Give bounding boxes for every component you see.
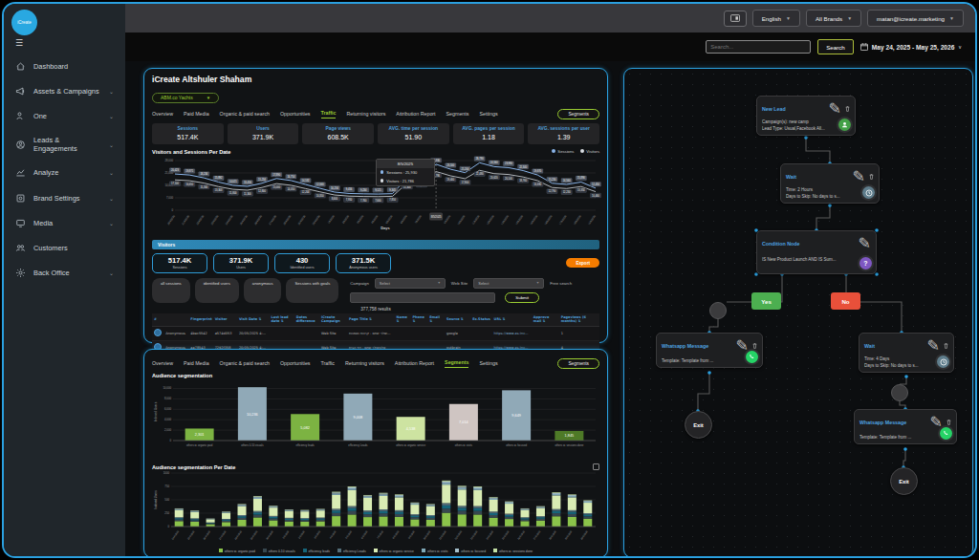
delete-icon[interactable] — [752, 343, 757, 349]
tab-paid-media[interactable]: Paid Media — [184, 111, 209, 118]
connector-node[interactable] — [709, 302, 727, 319]
account-menu[interactable]: matan@icreate.marketing▼ — [867, 10, 964, 27]
legend-item[interactable]: Visitors — [580, 149, 599, 154]
tab-settings[interactable]: Settings — [479, 111, 497, 118]
search-button[interactable]: Search — [817, 39, 854, 54]
legend-item[interactable]: others 0-10 visuals — [263, 549, 295, 553]
segments-pill-button[interactable]: Segments — [557, 109, 599, 119]
filter-pill-anonymous[interactable]: anonymous — [244, 278, 282, 303]
workflow-node-new-lead[interactable]: New Lead ✎ Campaign(s): new camp Lead Ty… — [756, 96, 856, 136]
tab-segments[interactable]: Segments — [446, 111, 469, 118]
sidebar-item-brand-settings[interactable]: Brand Settings⌄ — [4, 185, 125, 210]
site-select[interactable]: ABM.co Yachts▼ — [152, 93, 219, 103]
column-header[interactable]: Name ⇅ — [395, 313, 411, 327]
node-detail: Template: Template from ... — [662, 358, 743, 363]
node-detail: Template: Template from ... — [859, 435, 937, 440]
sidebar-item-assets-campaigns[interactable]: Assets & Campaigns⌄ — [4, 78, 125, 103]
submit-button[interactable]: Submit — [505, 292, 539, 303]
tab-overview[interactable]: Overview — [152, 360, 173, 368]
tab-segments[interactable]: Segments — [445, 359, 468, 368]
svg-text:9/5/2025: 9/5/2025 — [408, 529, 416, 539]
workflow-node-wait-2[interactable]: Wait ✎ Time: 4 Days Days to Skip: No day… — [859, 333, 954, 373]
sidebar-item-one[interactable]: One⌄ — [4, 103, 125, 128]
svg-text:9,456: 9,456 — [346, 187, 353, 191]
delete-icon[interactable] — [869, 174, 874, 180]
tab-overview[interactable]: Overview — [152, 111, 173, 118]
tab-traffic[interactable]: Traffic — [321, 360, 335, 368]
export-button[interactable]: Export — [566, 258, 599, 268]
legend-item[interactable]: efficiency Leads — [337, 549, 366, 553]
sidebar-item-leads-engagements[interactable]: Leads & Engagements⌄ — [4, 129, 125, 161]
delete-icon[interactable] — [946, 420, 951, 425]
language-select[interactable]: English▼ — [752, 10, 800, 27]
sidebar-item-analyze[interactable]: Analyze⌄ — [4, 161, 125, 185]
expand-icon[interactable] — [593, 463, 599, 470]
workflow-node-wait-1[interactable]: Wait ✎ Time: 2 Hours Days to Skip: No da… — [780, 163, 880, 204]
sidebar-item-back-office[interactable]: Back Office⌄ — [4, 261, 125, 286]
search-input[interactable] — [706, 40, 811, 54]
edit-icon[interactable]: ✎ — [853, 167, 865, 185]
row-expand-cell[interactable] — [152, 326, 163, 340]
filter-pill-sessions-with-goals[interactable]: Sessions with goals — [286, 278, 338, 303]
edit-icon[interactable]: ✎ — [927, 336, 940, 355]
column-header[interactable]: Approve mail ⇅ — [532, 313, 559, 327]
delete-icon[interactable] — [944, 343, 948, 349]
workflow-canvas[interactable]: New Lead ✎ Campaign(s): new camp Lead Ty… — [623, 68, 973, 558]
column-header[interactable]: Phone ⇅ — [410, 313, 427, 327]
hamburger-menu-icon[interactable]: ☰ — [15, 38, 23, 48]
workflow-node-whatsapp-1[interactable]: Whatsapp Message ✎ Template: Template fr… — [656, 333, 763, 368]
filter-pill-all-sessions[interactable]: all sessions — [152, 278, 190, 303]
column-header[interactable]: Pageviews (6 months) ⇅ — [559, 313, 599, 327]
feedback-icon[interactable] — [724, 11, 747, 27]
column-header[interactable]: Visit Date ⇅ — [237, 313, 270, 327]
svg-text:4/5/2025: 4/5/2025 — [329, 529, 337, 539]
legend-item[interactable]: others w. sessions done — [493, 549, 533, 553]
legend-item[interactable]: others w. focused — [455, 549, 486, 553]
legend-item[interactable]: Sessions — [552, 149, 574, 154]
tab-traffic[interactable]: Traffic — [321, 110, 337, 118]
tab-paid-media[interactable]: Paid Media — [184, 360, 209, 368]
column-header[interactable]: Page Title ⇅ — [347, 313, 395, 327]
column-header[interactable]: Source ⇅ — [445, 313, 470, 327]
connector-node[interactable] — [891, 384, 908, 401]
free-search-input[interactable] — [350, 292, 495, 303]
tab-organic-paid-search[interactable]: Organic & paid search — [220, 111, 270, 118]
node-detail: IS New Product Launch AND IS Sum... — [762, 257, 857, 262]
tab-opportunities[interactable]: Opportunities — [280, 360, 311, 368]
table-row[interactable]: Anonymous4bec5542a574d05320/05/2025 4:29… — [152, 326, 599, 340]
no-branch-badge[interactable]: No — [831, 292, 860, 310]
delete-icon[interactable] — [845, 106, 850, 112]
segments-pill-button[interactable]: Segments — [557, 358, 599, 369]
sidebar-item-dashboard[interactable]: Dashboard — [4, 54, 125, 78]
legend-item[interactable]: others w. organic paid — [219, 549, 255, 553]
yes-branch-badge[interactable]: Yes — [751, 292, 781, 310]
tab-opportunities[interactable]: Opportunities — [280, 111, 311, 118]
tab-settings[interactable]: Settings — [479, 360, 497, 368]
sidebar-item-customers[interactable]: Customers — [4, 235, 125, 260]
sidebar-item-media[interactable]: Media⌄ — [4, 210, 125, 235]
legend-item[interactable]: others w. organic service — [374, 549, 414, 553]
tab-organic-paid-search[interactable]: Organic & paid search — [220, 360, 270, 368]
legend-item[interactable]: others w. visits — [422, 549, 447, 553]
column-header[interactable]: URL ⇅ — [492, 313, 532, 327]
legend-item[interactable]: efficiency leads — [303, 549, 330, 553]
tab-attribution-report[interactable]: Attribution Report — [396, 111, 435, 118]
date-range-picker[interactable]: May 24, 2025 - May 25, 2026 ∨ — [860, 43, 962, 51]
edit-icon[interactable]: ✎ — [859, 234, 871, 252]
tab-returning-visitors[interactable]: Returning visitors — [346, 111, 385, 118]
website-select[interactable]: Select▼ — [473, 278, 544, 289]
workflow-node-condition[interactable]: Condition Node ✎ IS New Product Launch A… — [756, 230, 877, 274]
column-header[interactable]: Last lead date ⇅ — [270, 313, 294, 327]
tab-attribution-report[interactable]: Attribution Report — [395, 360, 434, 368]
campaign-select[interactable]: Select▼ — [375, 278, 446, 289]
column-header[interactable]: Email ⇅ — [427, 313, 445, 327]
filter-pill-identified-users[interactable]: identified users — [195, 278, 239, 303]
tab-returning-visitors[interactable]: Returning visitors — [345, 360, 384, 368]
exit-node[interactable]: Exit — [890, 467, 918, 495]
chevron-down-icon: ▼ — [437, 281, 440, 285]
brand-select[interactable]: All Brands▼ — [806, 10, 861, 27]
svg-text:Days: Days — [381, 226, 390, 230]
workflow-node-whatsapp-2[interactable]: Whatsapp Message ✎ Template: Template fr… — [854, 409, 957, 444]
edit-icon[interactable]: ✎ — [829, 99, 841, 118]
exit-node[interactable]: Exit — [685, 411, 712, 439]
